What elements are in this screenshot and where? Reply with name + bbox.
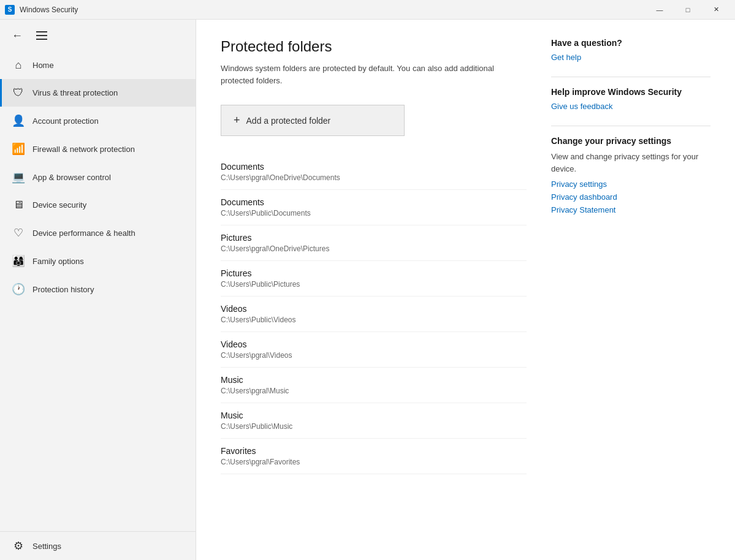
folder-name: Documents [221,197,527,207]
sidebar-item-settings[interactable]: ⚙ Settings [0,532,196,560]
plus-icon: + [234,114,240,127]
add-protected-folder-button[interactable]: + Add a protected folder [221,105,405,136]
app-container: ← ⌂ Home 🛡 Virus & threat protection 👤 A… [0,20,735,560]
sidebar-bottom: ⚙ Settings [0,531,196,560]
sidebar-item-label: Device performance & health [32,229,135,238]
folder-path: C:\Users\Public\Music [221,422,527,431]
minimize-button[interactable]: — [646,0,674,20]
feedback-link[interactable]: Give us feedback [551,102,710,111]
home-icon: ⌂ [12,59,25,72]
account-icon: 👤 [12,114,25,127]
sidebar-item-label: Family options [32,257,84,266]
improve-section: Help improve Windows Security Give us fe… [551,87,710,111]
folder-item: Videos C:\Users\Public\Videos [221,297,527,332]
hamburger-line [36,39,47,40]
sidebar-item-history[interactable]: 🕐 Protection history [0,275,196,303]
titlebar: S Windows Security — □ ✕ [0,0,735,20]
folder-name: Documents [221,162,527,172]
privacy-dashboard-link[interactable]: Privacy dashboard [551,192,710,202]
sidebar-item-label: Account protection [32,116,99,126]
main-content: Protected folders Windows system folders… [196,20,735,560]
sidebar-item-label: Protection history [32,285,94,294]
sidebar-nav: ⌂ Home 🛡 Virus & threat protection 👤 Acc… [0,51,196,303]
folder-list: Documents C:\Users\pgral\OneDrive\Docume… [221,154,527,474]
sidebar-item-label: Virus & threat protection [32,88,118,97]
window-controls: — □ ✕ [646,0,730,20]
sidebar-item-virus[interactable]: 🛡 Virus & threat protection [0,79,196,107]
folder-path: C:\Users\pgral\OneDrive\Pictures [221,244,527,253]
folder-item: Pictures C:\Users\Public\Pictures [221,261,527,297]
sidebar-top: ← [0,20,196,51]
sidebar-item-label: Settings [32,542,61,551]
hamburger-line [36,35,47,36]
divider [551,77,710,77]
sidebar-item-account[interactable]: 👤 Account protection [0,107,196,135]
content-left: Protected folders Windows system folders… [221,38,527,542]
folder-path: C:\Users\pgral\Music [221,387,527,395]
sidebar-item-browser[interactable]: 💻 App & browser control [0,163,196,191]
privacy-heading: Change your privacy settings [551,136,710,146]
add-folder-label: Add a protected folder [246,116,331,126]
close-button[interactable]: ✕ [702,0,730,20]
folder-item: Documents C:\Users\pgral\OneDrive\Docume… [221,154,527,190]
titlebar-title: Windows Security [20,6,646,14]
hamburger-button[interactable] [32,26,51,45]
folder-name: Music [221,375,527,385]
device-security-icon: 🖥 [12,199,25,211]
firewall-icon: 📶 [12,142,25,156]
sidebar-item-label: Firewall & network protection [32,145,135,154]
folder-path: C:\Users\Public\Pictures [221,280,527,289]
sidebar-item-performance[interactable]: ♡ Device performance & health [0,219,196,247]
folder-path: C:\Users\pgral\Favorites [221,458,527,466]
privacy-section: Change your privacy settings View and ch… [551,136,710,214]
shield-icon: 🛡 [12,86,25,99]
folder-name: Videos [221,339,527,349]
page-description: Windows system folders are protected by … [221,62,527,86]
folder-path: C:\Users\Public\Videos [221,316,527,324]
folder-item: Documents C:\Users\Public\Documents [221,190,527,225]
folder-name: Favorites [221,446,527,456]
hamburger-line [36,31,47,32]
folder-name: Music [221,411,527,420]
folder-path: C:\Users\pgral\Videos [221,351,527,360]
family-icon: 👨‍👩‍👧 [12,254,25,268]
have-question-heading: Have a question? [551,38,710,48]
history-icon: 🕐 [12,282,25,296]
sidebar-item-firewall[interactable]: 📶 Firewall & network protection [0,135,196,163]
app-icon: S [5,5,15,15]
folder-path: C:\Users\pgral\OneDrive\Documents [221,173,527,182]
content-right: Have a question? Get help Help improve W… [551,38,710,542]
sidebar: ← ⌂ Home 🛡 Virus & threat protection 👤 A… [0,20,196,560]
folder-item: Pictures C:\Users\pgral\OneDrive\Picture… [221,225,527,261]
privacy-settings-link[interactable]: Privacy settings [551,180,710,189]
maximize-button[interactable]: □ [674,0,702,20]
divider [551,126,710,126]
improve-heading: Help improve Windows Security [551,87,710,97]
privacy-statement-link[interactable]: Privacy Statement [551,205,710,214]
performance-icon: ♡ [12,226,25,240]
folder-name: Pictures [221,233,527,243]
folder-name: Pictures [221,268,527,278]
sidebar-item-family[interactable]: 👨‍👩‍👧 Family options [0,247,196,275]
folder-item: Videos C:\Users\pgral\Videos [221,332,527,368]
settings-icon: ⚙ [12,539,25,553]
sidebar-item-label: Device security [32,200,86,210]
have-question-section: Have a question? Get help [551,38,710,62]
sidebar-item-label: App & browser control [32,173,111,182]
back-button[interactable]: ← [7,26,27,45]
sidebar-item-home[interactable]: ⌂ Home [0,51,196,79]
page-title: Protected folders [221,38,527,55]
sidebar-item-device-security[interactable]: 🖥 Device security [0,191,196,219]
get-help-link[interactable]: Get help [551,53,710,62]
folder-item: Music C:\Users\pgral\Music [221,368,527,403]
folder-item: Music C:\Users\Public\Music [221,403,527,439]
browser-icon: 💻 [12,170,25,184]
folder-path: C:\Users\Public\Documents [221,209,527,218]
sidebar-item-label: Home [32,61,54,70]
folder-item: Favorites C:\Users\pgral\Favorites [221,439,527,474]
folder-name: Videos [221,304,527,314]
privacy-description: View and change privacy settings for you… [551,151,710,175]
